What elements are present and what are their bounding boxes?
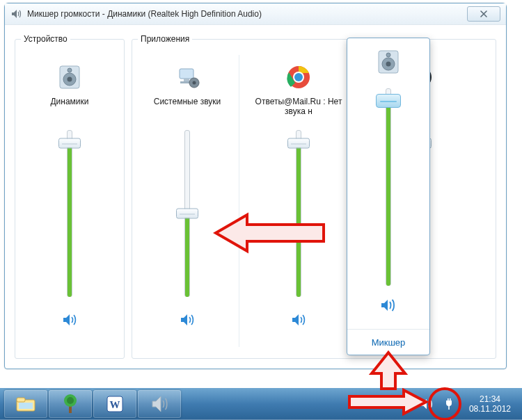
annotation-circle-volume-tray (428, 387, 461, 420)
group-device-legend: Устройство (21, 34, 70, 44)
column-system-sounds: Системные звуки (135, 51, 239, 351)
volume-mixer-window: Микшер громкости - Динамики (Realtek Hig… (4, 3, 507, 369)
annotation-arrow-to-tray-volume (347, 388, 429, 416)
popup-volume-slider[interactable] (372, 88, 404, 286)
svg-point-8 (193, 81, 196, 85)
svg-point-18 (386, 62, 391, 67)
group-applications-legend: Приложения (138, 34, 192, 44)
svg-point-2 (68, 77, 72, 82)
speaker-icon (10, 8, 22, 19)
popup-speaker-icon[interactable] (374, 48, 402, 76)
system-sounds-icon[interactable] (173, 63, 201, 91)
tray-date: 08.11.2012 (469, 404, 511, 414)
speakers-device-icon[interactable] (56, 63, 84, 91)
column-device-label[interactable]: Динамики (17, 97, 122, 118)
svg-rect-22 (19, 403, 33, 409)
chrome-mute-button[interactable] (287, 309, 310, 330)
column-device: Динамики (17, 51, 122, 351)
svg-rect-21 (17, 398, 25, 402)
svg-text:W: W (110, 399, 120, 410)
tray-clock[interactable]: 21:34 08.11.2012 (465, 394, 515, 414)
close-button[interactable] (467, 6, 500, 22)
annotation-arrow-to-mixer-link (369, 350, 408, 391)
annotation-arrow-to-slider (212, 212, 331, 254)
svg-point-19 (386, 53, 390, 57)
popup-mixer-link[interactable]: Микшер (372, 337, 406, 348)
device-volume-slider[interactable] (56, 130, 84, 297)
close-icon (480, 10, 488, 18)
column-system-sounds-label[interactable]: Системные звуки (135, 97, 239, 118)
tray-time: 21:34 (469, 394, 511, 404)
taskbar-button-explorer[interactable] (4, 390, 47, 418)
svg-rect-4 (180, 69, 193, 79)
system-sounds-slider[interactable] (173, 130, 201, 297)
svg-point-25 (67, 397, 74, 404)
volume-osd-popup: Микшер (347, 38, 430, 355)
group-device: Устройство Динамики (15, 34, 125, 359)
titlebar[interactable]: Микшер громкости - Динамики (Realtek Hig… (5, 3, 506, 25)
taskbar-button-app-1[interactable] (49, 390, 92, 418)
taskbar-button-sound-app[interactable] (138, 390, 181, 418)
system-sounds-mute-button[interactable] (175, 309, 199, 330)
chrome-icon[interactable] (285, 63, 313, 91)
window-title: Микшер громкости - Динамики (Realtek Hig… (27, 9, 461, 19)
popup-mute-button[interactable] (377, 296, 400, 315)
group-applications: Приложения Системные звуки (132, 34, 496, 359)
column-chrome: Ответы@Mail.Ru : Нет звука н (246, 51, 351, 351)
svg-rect-5 (184, 79, 189, 81)
svg-point-11 (294, 73, 303, 81)
column-chrome-label[interactable]: Ответы@Mail.Ru : Нет звука н (246, 97, 351, 118)
device-mute-button[interactable] (58, 309, 81, 330)
taskbar-button-word[interactable]: W (93, 390, 136, 418)
svg-point-3 (68, 68, 72, 72)
